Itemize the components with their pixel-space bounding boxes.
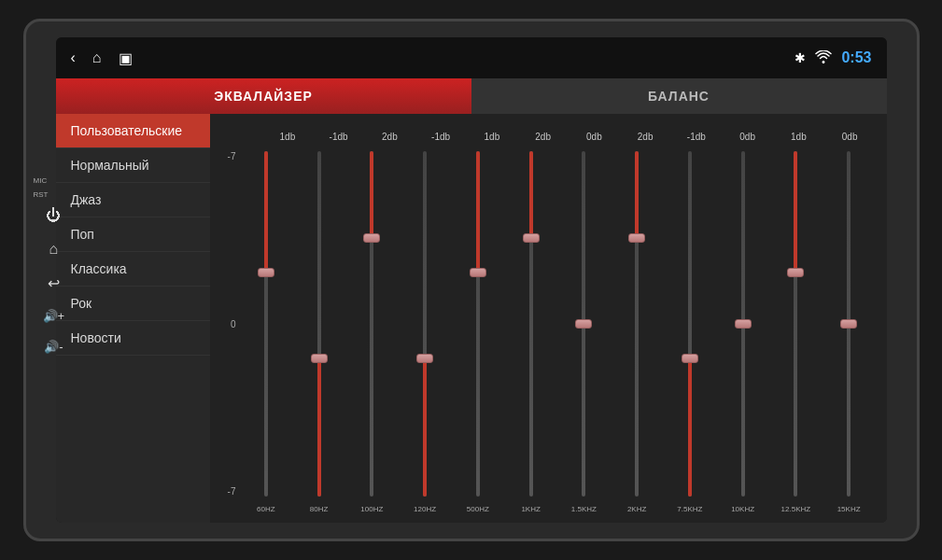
eq-body: -7 0 -7 60HZ80HZ100HZ120HZ500HZ1KHZ1.5KH… xyxy=(218,144,876,515)
slider-track-7[interactable] xyxy=(635,151,639,497)
tab-equalizer[interactable]: ЭКВАЛАЙЗЕР xyxy=(56,78,471,114)
slider-track-5[interactable] xyxy=(529,151,533,497)
sidebar-item-jazz[interactable]: Джаз xyxy=(56,183,210,217)
slider-track-6[interactable] xyxy=(582,151,585,497)
freq-label-7: 2KHZ xyxy=(627,505,646,513)
eq-column-80hz: 80HZ xyxy=(292,144,345,515)
label-2khz-top: 2db xyxy=(620,132,671,142)
slider-thumb-10khz[interactable] xyxy=(735,319,752,329)
label-80hz-top: -1db xyxy=(313,132,364,142)
slider-thumb-500hz[interactable] xyxy=(470,268,486,277)
slider-track-0[interactable] xyxy=(264,151,268,497)
top-bar: ‹ ⌂ ▣ ✱ 0:53 xyxy=(56,37,887,78)
freq-label-8: 7.5KHZ xyxy=(677,505,702,513)
main-content: Пользовательские Нормальный Джаз Поп Кла… xyxy=(56,114,887,523)
eq-column-120hz: 120HZ xyxy=(399,144,452,515)
power-button[interactable]: ⏻ xyxy=(46,207,61,224)
eq-column-12_5khz: 12.5KHZ xyxy=(769,144,822,515)
label-1khz-top: 2db xyxy=(517,132,569,142)
freq-label-4: 500HZ xyxy=(467,505,489,513)
scale-mid: 0 xyxy=(231,319,236,329)
sidebar-item-pop[interactable]: Поп xyxy=(56,217,210,252)
slider-track-3[interactable] xyxy=(423,151,427,497)
scale-top: -7 xyxy=(228,151,236,161)
home-side-button[interactable]: ⌂ xyxy=(49,241,58,258)
nav-icons: ‹ ⌂ ▣ xyxy=(71,49,133,67)
slider-thumb-120hz[interactable] xyxy=(416,354,433,363)
slider-thumb-7_5khz[interactable] xyxy=(682,354,698,363)
vol-down-button[interactable]: 🔊- xyxy=(44,340,63,354)
wifi-icon xyxy=(815,50,832,66)
slider-track-1[interactable] xyxy=(317,151,321,497)
device-frame: MIC RST ⏻ ⌂ ↩ 🔊+ 🔊- ‹ ⌂ ▣ ✱ xyxy=(23,19,920,541)
eq-top-labels: 1db -1db 2db -1db 1db 2db 0db 2db -1db 0… xyxy=(240,121,876,142)
eq-column-1_5khz: 1.5KHZ xyxy=(557,144,611,515)
vol-up-button[interactable]: 🔊+ xyxy=(43,309,65,323)
sidebar-item-custom[interactable]: Пользовательские xyxy=(56,114,210,148)
sidebar-item-rock[interactable]: Рок xyxy=(56,287,210,321)
tab-balance[interactable]: БАЛАНС xyxy=(471,78,887,114)
freq-label-0: 60HZ xyxy=(257,505,275,513)
eq-area: 1db -1db 2db -1db 1db 2db 0db 2db -1db 0… xyxy=(210,114,887,523)
label-500hz-top: 1db xyxy=(467,132,518,142)
tabs-row: ЭКВАЛАЙЗЕР БАЛАНС xyxy=(56,78,887,114)
slider-track-11[interactable] xyxy=(847,151,851,497)
status-icons: ✱ 0:53 xyxy=(794,49,871,66)
sidebar: Пользовательские Нормальный Джаз Поп Кла… xyxy=(56,114,210,523)
label-7_5khz-top: -1db xyxy=(671,132,723,142)
eq-column-7_5khz: 7.5KHZ xyxy=(664,144,717,515)
freq-label-9: 10KHZ xyxy=(731,505,754,513)
slider-thumb-60hz[interactable] xyxy=(258,268,274,277)
slider-thumb-12_5khz[interactable] xyxy=(787,268,804,277)
label-15khz-top: 0db xyxy=(824,132,876,142)
freq-label-2: 100HZ xyxy=(360,505,383,513)
scale-bottom: -7 xyxy=(228,486,236,497)
screen: ‹ ⌂ ▣ ✱ 0:53 ЭКВАЛАЙЗЕ xyxy=(56,37,887,523)
freq-label-3: 120HZ xyxy=(414,505,436,513)
freq-label-1: 80HZ xyxy=(310,505,329,513)
eq-column-10khz: 10KHZ xyxy=(716,144,769,515)
slider-thumb-2khz[interactable] xyxy=(628,233,645,243)
freq-label-10: 12.5KHZ xyxy=(781,505,811,513)
freq-label-11: 15KHZ xyxy=(837,505,861,513)
slider-thumb-100hz[interactable] xyxy=(363,233,380,243)
label-100hz-top: 2db xyxy=(364,132,415,142)
label-12_5khz-top: 1db xyxy=(773,132,824,142)
bluetooth-icon: ✱ xyxy=(794,50,806,65)
slider-track-4[interactable] xyxy=(476,151,480,497)
back-side-button[interactable]: ↩ xyxy=(48,274,60,292)
label-10khz-top: 0db xyxy=(722,132,773,142)
eq-column-15khz: 15KHZ xyxy=(822,144,876,515)
eq-column-100hz: 100HZ xyxy=(345,144,399,515)
slider-thumb-80hz[interactable] xyxy=(311,354,328,363)
clock: 0:53 xyxy=(841,49,871,66)
eq-column-60hz: 60HZ xyxy=(240,144,293,515)
home-button[interactable]: ⌂ xyxy=(92,49,102,66)
slider-track-2[interactable] xyxy=(370,151,373,497)
slider-thumb-1_5khz[interactable] xyxy=(575,319,592,329)
label-1_5khz-top: 0db xyxy=(569,132,620,142)
slider-track-8[interactable] xyxy=(688,151,692,497)
eq-column-500hz: 500HZ xyxy=(452,144,505,515)
eq-scale: -7 0 -7 xyxy=(218,144,240,515)
slider-thumb-15khz[interactable] xyxy=(840,319,857,329)
label-60hz-top: 1db xyxy=(262,132,314,142)
freq-label-5: 1KHZ xyxy=(521,505,540,513)
sidebar-item-news[interactable]: Новости xyxy=(56,321,210,356)
back-button[interactable]: ‹ xyxy=(71,49,76,66)
recents-button[interactable]: ▣ xyxy=(119,49,133,67)
slider-track-9[interactable] xyxy=(741,151,745,497)
eq-column-1khz: 1KHZ xyxy=(504,144,557,515)
label-120hz-top: -1db xyxy=(415,132,467,142)
eq-column-2khz: 2KHZ xyxy=(611,144,664,515)
freq-label-6: 1.5KHZ xyxy=(571,505,597,513)
slider-track-10[interactable] xyxy=(794,151,797,497)
sidebar-item-classic[interactable]: Классика xyxy=(56,252,210,287)
eq-sliders: 60HZ80HZ100HZ120HZ500HZ1KHZ1.5KHZ2KHZ7.5… xyxy=(240,144,876,515)
sidebar-item-normal[interactable]: Нормальный xyxy=(56,148,210,183)
slider-thumb-1khz[interactable] xyxy=(523,233,540,243)
